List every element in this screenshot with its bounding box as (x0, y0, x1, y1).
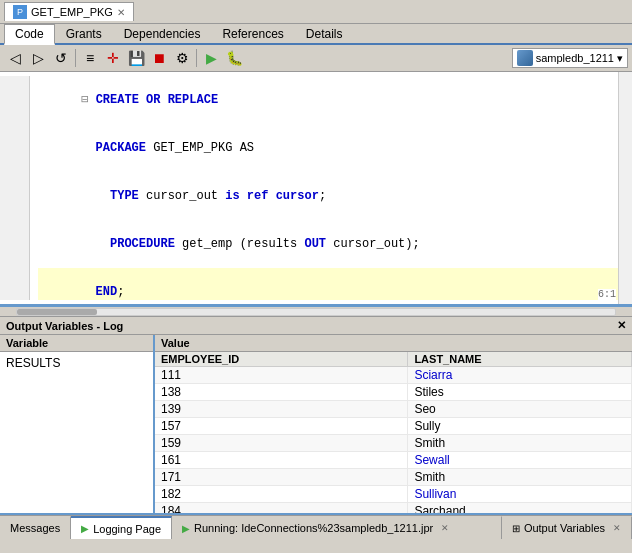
results-table-container[interactable]: EMPLOYEE_ID LAST_NAME 111Sciarra138Stile… (155, 352, 632, 513)
toolbar-btn-cursor[interactable]: ✛ (102, 47, 124, 69)
db-selector[interactable]: sampledb_1211 ▾ (512, 48, 628, 68)
line-num-2 (4, 92, 25, 108)
tab-details[interactable]: Details (295, 24, 354, 45)
running-label: Running: IdeConnections%23sampledb_1211.… (194, 522, 433, 534)
code-content[interactable]: ⊟ CREATE OR REPLACE PACKAGE GET_EMP_PKG … (30, 76, 632, 300)
table-row: 111Sciarra (155, 367, 632, 384)
table-row: 161Sewall (155, 452, 632, 469)
code-line-2: PACKAGE GET_EMP_PKG AS (38, 124, 624, 172)
line-num-8 (4, 188, 25, 204)
table-row: 139Seo (155, 401, 632, 418)
col-employee-id: EMPLOYEE_ID (155, 352, 408, 367)
messages-label: Messages (10, 522, 60, 534)
code-line-3: TYPE cursor_out is ref cursor; (38, 172, 624, 220)
db-selector-chevron: ▾ (617, 52, 623, 65)
var-header: Variable (0, 335, 153, 352)
tab-references[interactable]: References (211, 24, 294, 45)
table-row: 138Stiles (155, 384, 632, 401)
cell-last-name: Sullivan (408, 486, 632, 503)
toolbar-separator-1 (75, 49, 76, 67)
cell-employee-id: 184 (155, 503, 408, 514)
toolbar-btn-save[interactable]: 💾 (125, 47, 147, 69)
cell-employee-id: 182 (155, 486, 408, 503)
tab-dependencies[interactable]: Dependencies (113, 24, 212, 45)
cell-employee-id: 157 (155, 418, 408, 435)
cell-last-name: Stiles (408, 384, 632, 401)
toolbar-btn-refresh[interactable]: ↺ (50, 47, 72, 69)
tab-output-variables[interactable]: ⊞ Output Variables ✕ (502, 516, 632, 539)
output-values-panel: Value EMPLOYEE_ID LAST_NAME 111Sciarra13… (155, 335, 632, 513)
toolbar-btn-compile[interactable]: ⚙ (171, 47, 193, 69)
cell-employee-id: 159 (155, 435, 408, 452)
tab-running[interactable]: ▶ Running: IdeConnections%23sampledb_121… (172, 516, 502, 539)
table-row: 159Smith (155, 435, 632, 452)
code-hscrollbar[interactable] (0, 307, 632, 317)
hscroll-track[interactable] (16, 308, 616, 316)
value-col-label: Value (161, 337, 190, 349)
code-line-4: PROCEDURE get_emp (results OUT cursor_ou… (38, 220, 624, 268)
cell-employee-id: 138 (155, 384, 408, 401)
output-variables-panel: Variable RESULTS (0, 335, 155, 513)
line-num-10 (4, 220, 25, 236)
cell-employee-id: 139 (155, 401, 408, 418)
line-num-6 (4, 156, 25, 172)
tab-code[interactable]: Code (4, 24, 55, 45)
toolbar-btn-forward[interactable]: ▷ (27, 47, 49, 69)
cell-employee-id: 171 (155, 469, 408, 486)
toolbar-separator-2 (196, 49, 197, 67)
cell-last-name: Seo (408, 401, 632, 418)
cell-last-name: Smith (408, 435, 632, 452)
close-icon[interactable]: ✕ (117, 7, 125, 18)
line-num-7 (4, 172, 25, 188)
value-header: Value (155, 335, 632, 352)
window-tab-label: GET_EMP_PKG (31, 6, 113, 18)
toolbar-btn-indent[interactable]: ≡ (79, 47, 101, 69)
cell-last-name: Sciarra (408, 367, 632, 384)
line-num-5 (4, 140, 25, 156)
output-vars-close-icon[interactable]: ✕ (613, 523, 621, 533)
line-num-9 (4, 204, 25, 220)
cell-last-name: Sewall (408, 452, 632, 469)
variable-col-label: Variable (6, 337, 48, 349)
line-num-3 (4, 108, 25, 124)
cell-employee-id: 161 (155, 452, 408, 469)
hscroll-thumb[interactable] (17, 309, 97, 315)
toolbar-btn-stop[interactable]: ⏹ (148, 47, 170, 69)
cell-last-name: Sarchand (408, 503, 632, 514)
tab-logging[interactable]: ▶ Logging Page (71, 516, 172, 539)
output-section: Variable RESULTS Value EMPLOYEE_ID LAST_… (0, 335, 632, 515)
output-variables-header: Output Variables - Log ✕ (0, 317, 632, 335)
running-close-icon[interactable]: ✕ (441, 523, 449, 533)
table-row: 182Sullivan (155, 486, 632, 503)
cell-last-name: Smith (408, 469, 632, 486)
title-bar: P GET_EMP_PKG ✕ (0, 0, 632, 24)
line-col-indicator: 6:1 (598, 289, 616, 300)
code-editor[interactable]: ⊟ CREATE OR REPLACE PACKAGE GET_EMP_PKG … (0, 72, 632, 307)
toolbar-btn-run[interactable]: ▶ (200, 47, 222, 69)
cell-last-name: Sully (408, 418, 632, 435)
running-play-icon: ▶ (182, 523, 190, 534)
logging-label: Logging Page (93, 523, 161, 535)
table-row: 171Smith (155, 469, 632, 486)
window-tab[interactable]: P GET_EMP_PKG ✕ (4, 2, 134, 21)
table-row: 184Sarchand (155, 503, 632, 514)
tab-grants[interactable]: Grants (55, 24, 113, 45)
tab-messages[interactable]: Messages (0, 516, 71, 539)
toolbar: ◁ ▷ ↺ ≡ ✛ 💾 ⏹ ⚙ ▶ 🐛 sampledb_1211 ▾ (0, 45, 632, 72)
menu-tabs: Code Grants Dependencies References Deta… (0, 24, 632, 45)
output-vars-icon: ⊞ (512, 523, 520, 534)
results-var-label: RESULTS (6, 356, 147, 370)
line-num-4 (4, 124, 25, 140)
toolbar-btn-debug[interactable]: 🐛 (223, 47, 245, 69)
output-variables-title: Output Variables - Log (6, 320, 123, 332)
var-content: RESULTS (0, 352, 153, 374)
close-output-btn[interactable]: ✕ (617, 319, 626, 332)
logging-play-icon: ▶ (81, 523, 89, 534)
scroll-indicator[interactable] (618, 72, 632, 304)
line-num-1 (4, 76, 25, 92)
col-last-name: LAST_NAME (408, 352, 632, 367)
toolbar-btn-back[interactable]: ◁ (4, 47, 26, 69)
db-selector-label: sampledb_1211 (536, 52, 614, 64)
output-variables-tab-label: Output Variables (524, 522, 605, 534)
code-line-1: ⊟ CREATE OR REPLACE (38, 76, 624, 124)
